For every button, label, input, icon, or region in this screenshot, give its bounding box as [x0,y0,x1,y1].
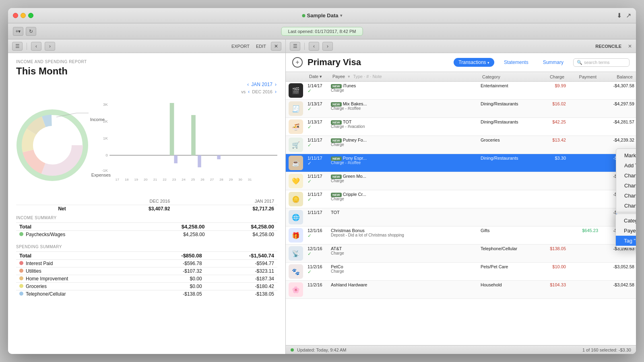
transaction-charge: $42.25 [535,118,568,136]
left-arrow-icon[interactable]: ‹ [31,42,41,51]
reconcile-button[interactable]: RECONCILE [595,44,621,49]
transaction-date: 11/2/16 ✓ [306,281,329,299]
close-panel-icon[interactable]: ✕ [271,42,281,51]
menu-item-change-payee[interactable]: Change Payee... [616,201,636,211]
table-row[interactable]: 🐾 11/2/16 ✓ PetCo Charge Pets/Pet Care $… [286,263,636,281]
svg-text:0: 0 [105,153,107,157]
report-title: This Month [16,66,277,77]
table-row[interactable]: 🛒 1/11/17 ✓ NEWPutney Fo... Charge Groce… [286,136,636,154]
tab-statements[interactable]: Statements [499,58,533,67]
transactions-table: Date ▾ Payee ▾ Type · # · Note Category … [286,72,636,299]
context-menu-popup: Mark ▶ Add Tag ▶ Change Category ▶ Cha [616,148,636,226]
tab-summary[interactable]: Summary [538,58,568,67]
svg-text:27: 27 [210,178,214,181]
transaction-payee: Ashland Hardware [329,281,479,299]
add-transaction-button[interactable]: + [292,57,303,68]
menu-item-add-tag[interactable]: Add Tag ▶ [616,160,636,171]
download-icon[interactable]: ⬇ [617,12,622,19]
payee-name: iTunes [343,83,356,88]
transaction-payee: NEWPony Espr... Charge - #coffee [329,154,479,172]
right-arrow-icon[interactable]: › [45,42,55,51]
forward-arrow-icon[interactable]: › [322,42,333,51]
table-row[interactable]: ☕ 1/11/17 ✓ NEWPony Espr... Charge - #co… [286,154,636,172]
table-row[interactable]: 🎁 12/1/16 ✓ Christmas Bonus Deposit - Di… [286,226,636,245]
title-chevron-icon[interactable]: ▾ [340,13,342,18]
sync-indicator [302,14,305,17]
report-on-tag[interactable]: Tag "coffee" [616,236,636,246]
transaction-payee: PetCo Charge [329,263,479,281]
table-row[interactable]: 🎬 1/14/17 ✓ NEWiTunes Charge Entertainme… [286,82,636,100]
checkmark-icon: ✓ [308,142,312,148]
payee-name: Christmas Bonus [331,228,365,233]
col-payee: Payee ▾ Type · # · Note [329,72,479,82]
svg-text:28: 28 [219,178,223,181]
add-button[interactable]: +▾ [13,27,23,36]
svg-text:17: 17 [116,178,120,181]
transaction-payment [568,82,600,100]
transaction-date: 12/1/16 ✓ [306,245,329,263]
menu-item-mark[interactable]: Mark ▶ [616,150,636,160]
transaction-category: Groceries [479,136,535,154]
transaction-category: Entertainment [479,82,535,100]
svg-rect-18 [198,155,201,167]
back-arrow-icon[interactable]: ‹ [309,42,319,51]
col-date[interactable]: Date ▾ [306,72,329,82]
share-icon[interactable]: ↗ [626,12,631,19]
menu-item-change-transaction-type[interactable]: Change Transaction Type ▶ [616,181,636,191]
status-updated: Updated: Today, 9:42 AM [297,348,347,352]
table-row[interactable]: 🌐 1/11/17 ✓ TOT -$3,973.91 [286,208,636,226]
close-right-panel-icon[interactable]: ✕ [628,43,632,49]
sidebar-icon[interactable]: ☰ [290,42,300,51]
table-row[interactable]: 🧾 1/13/17 ✓ NEWMix Bakes... Charge - #co… [286,100,636,118]
transaction-payee: NEWPutney Fo... Charge [329,136,479,154]
transaction-date: 1/11/17 ✓ [306,154,329,172]
net-summary-table: DEC 2016 JAN 2017 Net $3,407.92 $2,717.2… [16,197,277,212]
toolbar-right-icons: ⬇ ↗ [617,12,631,19]
transaction-balance: -$4,281.57 [600,118,636,136]
transaction-charge: $16.02 [535,100,568,118]
menu-item-change-security[interactable]: Change Security ▶ [616,191,636,201]
svg-rect-19 [217,155,221,159]
tab-transactions[interactable]: Transactions ▾ [454,58,494,67]
window-title: Sample Data ▾ [302,12,342,19]
transaction-date: 1/11/17 ✓ [306,190,329,208]
transaction-payment [568,118,600,136]
transaction-date: 1/13/17 ✓ [306,118,329,136]
table-row[interactable]: 📡 12/1/16 ✓ AT&T Charge Telephone/Cellul… [286,245,636,263]
transaction-icon: 🍜 [286,118,306,136]
transaction-payee: Christmas Bonus Deposit - Did a lot of C… [329,226,479,245]
payee-name: Cripple Cr... [343,192,366,197]
transaction-icon: 🎁 [286,226,306,244]
next-date-arrow[interactable]: › [274,82,277,87]
dec-net: $3,407.92 [69,205,173,213]
edit-button[interactable]: EDIT [254,43,268,49]
vs-prev-arrow[interactable]: ‹ [247,89,250,95]
prev-date-arrow[interactable]: ‹ [246,82,250,87]
export-button[interactable]: EXPORT [230,43,251,49]
transaction-icon: 🌸 [286,281,306,298]
svg-text:2K: 2K [103,119,108,123]
minimize-button[interactable] [21,13,26,18]
svg-text:20: 20 [144,178,148,181]
search-box[interactable]: 🔍 search terms [573,58,630,67]
transaction-payment [568,190,600,208]
table-row[interactable]: 🪙 1/11/17 ✓ NEWCripple Cr... Charge -$4,… [286,190,636,208]
svg-rect-17 [174,155,178,163]
sidebar-toggle-icon[interactable]: ☰ [12,42,23,51]
zoom-button[interactable] [28,13,33,18]
report-on-category[interactable]: Category "Dining/Restaurants" [616,216,636,226]
report-on-payee[interactable]: Payee "Pony Espresso" [616,226,636,236]
refresh-button[interactable]: ↻ [26,27,36,36]
table-row[interactable]: 🍜 1/13/17 ✓ NEWTOT Charge - #vacation Di… [286,118,636,136]
table-row[interactable]: 🌸 11/2/16 ✓ Ashland Hardware Household $… [286,281,636,299]
transaction-icon: 🎬 [286,82,306,99]
checkmark-icon: ✓ [308,124,312,130]
transaction-charge: $9.99 [535,82,568,100]
table-row[interactable]: 💛 1/11/17 ✓ NEWGreen Mo... Charge -$4,22… [286,172,636,190]
spending-summary-title: SPENDING SUMMARY [16,245,62,249]
menu-item-change-category[interactable]: Change Category ▶ [616,171,636,181]
menu-separator [616,212,636,212]
bar-chart: 3K 2K 1K 0 -1K [97,101,277,189]
vs-next-arrow[interactable]: › [274,89,277,95]
close-button[interactable] [13,13,18,18]
